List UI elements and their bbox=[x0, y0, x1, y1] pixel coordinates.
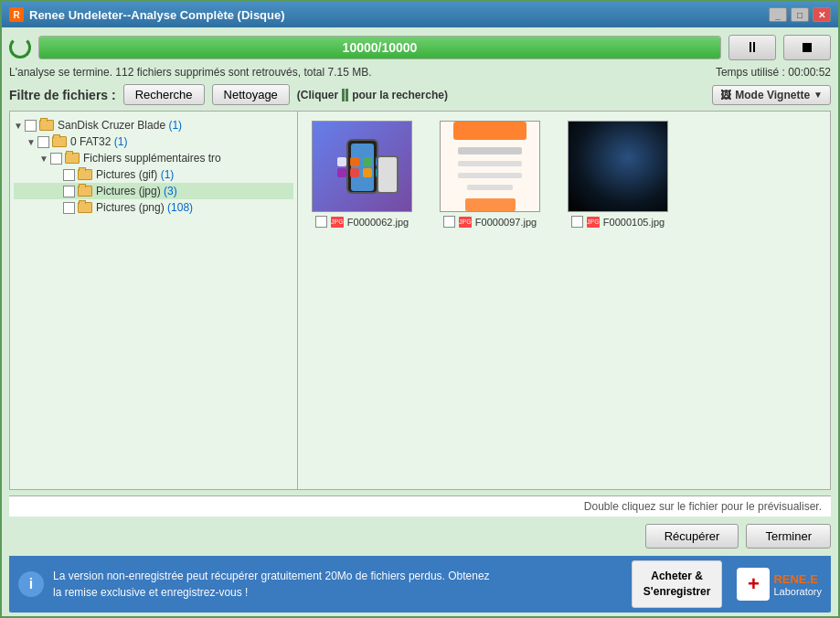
file-item-0[interactable]: JPG F0000062.jpg bbox=[307, 121, 417, 228]
info-icon: i bbox=[18, 571, 44, 597]
tree-label-png: Pictures (png) (108) bbox=[96, 201, 193, 214]
footer-text: La version non-enregistrée peut récupére… bbox=[53, 568, 622, 601]
status-message: L'analyse se termine. 112 fichiers suppr… bbox=[9, 66, 371, 79]
tree-item-sandisk[interactable]: ▼ SanDisk Cruzer Blade (1) bbox=[14, 117, 293, 133]
recover-button[interactable]: Récupérer bbox=[645, 524, 739, 549]
pipe-icon bbox=[342, 89, 348, 101]
stop-button[interactable]: ⏹ bbox=[783, 35, 831, 60]
window-controls: _ □ ✕ bbox=[769, 7, 831, 22]
spinner-icon bbox=[9, 37, 31, 59]
expand-icon-5 bbox=[52, 203, 63, 213]
chevron-down-icon: ▼ bbox=[813, 90, 823, 100]
window-title: Renee Undeleter--Analyse Complète (Disqu… bbox=[29, 8, 769, 22]
tree-panel: ▼ SanDisk Cruzer Blade (1) ▼ 0 FAT32 (1)… bbox=[10, 112, 298, 489]
dblclick-hint: Double cliquez sur le fichier pour le pr… bbox=[9, 495, 831, 517]
tree-item-gif[interactable]: Pictures (gif) (1) bbox=[14, 166, 293, 183]
file-type-icon-1: JPG bbox=[459, 217, 472, 228]
file-type-icon-2: JPG bbox=[587, 217, 600, 228]
rene-logo-icon: + bbox=[737, 568, 770, 601]
filter-label: Filtre de fichiers : bbox=[9, 88, 116, 102]
buy-line2: S'enregistrer bbox=[643, 584, 711, 600]
folder-icon-fat32 bbox=[52, 136, 67, 147]
tree-label-fat32: 0 FAT32 (1) bbox=[70, 135, 127, 148]
file-check-row-0: JPG F0000062.jpg bbox=[315, 216, 409, 228]
folder-icon-gif bbox=[78, 169, 92, 180]
files-panel: JPG F0000062.jpg bbox=[298, 112, 830, 489]
tree-item-fat32[interactable]: ▼ 0 FAT32 (1) bbox=[14, 133, 293, 150]
tree-label-jpg: Pictures (jpg) (3) bbox=[96, 185, 177, 197]
file-checkbox-2[interactable] bbox=[571, 216, 583, 228]
hint-prefix: (Cliquer bbox=[297, 89, 338, 101]
phone-shape-big bbox=[346, 139, 378, 194]
search-button[interactable]: Recherche bbox=[123, 84, 205, 105]
folder-icon-fichiers bbox=[65, 153, 80, 164]
tree-label-fichiers: Fichiers supplémentaires tro bbox=[83, 152, 221, 165]
folder-icon-png bbox=[78, 202, 92, 213]
file-check-row-2: JPG F0000105.jpg bbox=[571, 216, 665, 228]
progress-row: 10000/10000 ⏸ ⏹ bbox=[9, 35, 831, 60]
close-button[interactable]: ✕ bbox=[813, 7, 831, 22]
pause-icon: ⏸ bbox=[745, 39, 760, 56]
check-jpg[interactable] bbox=[63, 186, 75, 197]
buy-button[interactable]: Acheter & S'enregistrer bbox=[632, 560, 723, 608]
expand-icon-2: ▼ bbox=[39, 154, 50, 164]
tree-item-png[interactable]: Pictures (png) (108) bbox=[14, 199, 293, 216]
time-used: Temps utilisé : 00:00:52 bbox=[716, 66, 831, 79]
filter-row: Filtre de fichiers : Recherche Nettoyage… bbox=[9, 84, 831, 105]
clean-button[interactable]: Nettoyage bbox=[212, 84, 290, 105]
expand-icon-4 bbox=[52, 186, 63, 197]
stop-icon: ⏹ bbox=[800, 39, 814, 56]
minimize-button[interactable]: _ bbox=[769, 7, 787, 22]
check-png[interactable] bbox=[63, 202, 75, 214]
file-name-2: F0000105.jpg bbox=[603, 217, 665, 228]
file-name-1: F0000097.jpg bbox=[475, 217, 537, 228]
footer-line2: la remise exclusive et enregistrez-vous … bbox=[53, 584, 622, 601]
expand-icon-1: ▼ bbox=[27, 137, 37, 147]
file-item-2[interactable]: JPG F0000105.jpg bbox=[563, 121, 673, 228]
maximize-button[interactable]: □ bbox=[791, 7, 809, 22]
folder-icon-jpg bbox=[78, 186, 92, 197]
tree-item-fichiers[interactable]: ▼ Fichiers supplémentaires tro bbox=[14, 150, 293, 166]
mode-label: Mode Vignette bbox=[735, 89, 810, 101]
check-sandisk[interactable] bbox=[25, 120, 37, 132]
main-container: 10000/10000 ⏸ ⏹ L'analyse se termine. 11… bbox=[2, 27, 838, 618]
file-checkbox-0[interactable] bbox=[315, 216, 327, 228]
file-thumb-2 bbox=[568, 121, 668, 212]
file-thumb-0 bbox=[312, 121, 412, 212]
thumb-dark-2 bbox=[569, 122, 667, 211]
filter-hint: (Cliquer pour la recherche) bbox=[297, 89, 448, 101]
expand-icon-3 bbox=[52, 170, 63, 180]
status-row: L'analyse se termine. 112 fichiers suppr… bbox=[9, 66, 831, 79]
finish-button[interactable]: Terminer bbox=[746, 524, 831, 549]
tree-item-jpg[interactable]: Pictures (jpg) (3) bbox=[14, 183, 293, 199]
title-bar: R Renee Undeleter--Analyse Complète (Dis… bbox=[2, 2, 838, 27]
folder-icon-sandisk bbox=[39, 120, 54, 131]
file-thumb-1 bbox=[440, 121, 540, 212]
file-item-1[interactable]: JPG F0000097.jpg bbox=[435, 121, 545, 228]
file-check-row-1: JPG F0000097.jpg bbox=[443, 216, 537, 228]
thumb-phone-0 bbox=[313, 122, 411, 211]
app-icon: R bbox=[9, 7, 24, 22]
check-fat32[interactable] bbox=[37, 136, 49, 148]
content-area: ▼ SanDisk Cruzer Blade (1) ▼ 0 FAT32 (1)… bbox=[9, 111, 831, 490]
expand-icon-0: ▼ bbox=[14, 121, 25, 131]
tree-label-sandisk: SanDisk Cruzer Blade (1) bbox=[58, 119, 182, 132]
rene-logo-sub: Laboratory bbox=[773, 586, 822, 597]
progress-bar-wrap: 10000/10000 bbox=[38, 36, 721, 59]
rene-logo-text: RENE.E bbox=[773, 572, 822, 586]
footer: i La version non-enregistrée peut récupé… bbox=[9, 556, 831, 613]
footer-line1: La version non-enregistrée peut récupére… bbox=[53, 568, 622, 584]
hint-suffix: pour la recherche) bbox=[352, 89, 448, 101]
mode-vignette-button[interactable]: 🖼 Mode Vignette ▼ bbox=[712, 85, 831, 105]
file-checkbox-1[interactable] bbox=[443, 216, 455, 228]
check-gif[interactable] bbox=[63, 169, 75, 181]
pause-button[interactable]: ⏸ bbox=[728, 35, 776, 60]
file-type-icon-0: JPG bbox=[331, 217, 344, 228]
dblclick-text: Double cliquez sur le fichier pour le pr… bbox=[584, 500, 822, 513]
buy-line1: Acheter & bbox=[643, 569, 711, 584]
thumb-orange-1 bbox=[441, 122, 539, 211]
tree-label-gif: Pictures (gif) (1) bbox=[96, 168, 174, 181]
bottom-buttons: Récupérer Terminer bbox=[9, 522, 831, 550]
progress-bar-fill: 10000/10000 bbox=[39, 37, 720, 59]
check-fichiers[interactable] bbox=[50, 153, 62, 165]
